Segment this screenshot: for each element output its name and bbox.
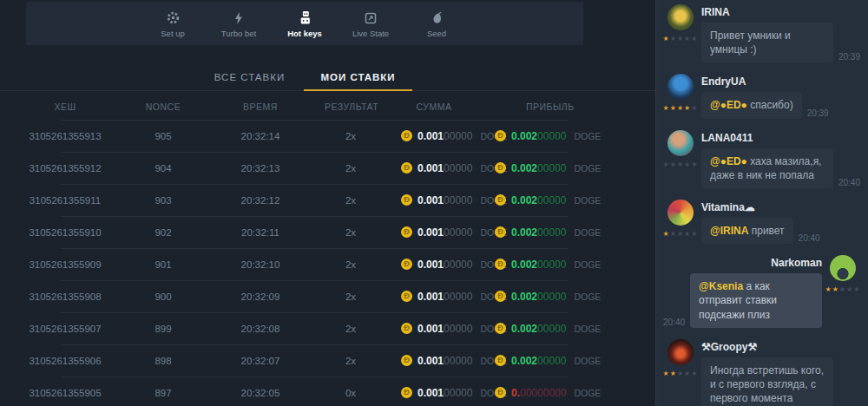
doge-coin-icon: Ð	[401, 387, 412, 398]
profit-trailing-zeros: 00000000	[520, 387, 566, 399]
doge-coin-icon: Ð	[401, 323, 412, 334]
toolbar-item-live-state[interactable]: Live State	[344, 10, 398, 38]
amount-trailing-zeros: 00000	[444, 162, 472, 174]
table-row[interactable]: 3105261355907 899 20:32:08 2x Ð 0.001 00…	[0, 312, 655, 344]
toolbar-label: Live State	[344, 29, 398, 38]
chat-bubble-row: @●ED● хаха мазила,я, даже в ник не попал…	[701, 148, 860, 188]
user-avatar[interactable]	[830, 255, 856, 281]
table-row[interactable]: 3105261355906 898 20:32:07 2x Ð 0.001 00…	[0, 344, 655, 377]
toolbar-label: Turbo bet	[212, 29, 266, 38]
doge-coin-icon: Ð	[401, 194, 412, 206]
seed-icon	[410, 10, 464, 25]
user-avatar[interactable]	[667, 339, 694, 365]
cell-profit: Ð 0.002 00000 DOGE	[491, 162, 655, 174]
cell-hash: 3105261355907	[0, 324, 130, 334]
chat-message-body: IRINA Привет умники и умницы :) 20:39	[698, 4, 860, 62]
tab-my-bets[interactable]: МОИ СТАВКИ	[304, 68, 412, 91]
chat-user-column: ★★★★★	[663, 4, 698, 62]
chat-mention[interactable]: @IRINA	[710, 225, 748, 237]
amount-trailing-zeros: 00000	[444, 226, 472, 239]
cell-nonce: 897	[130, 388, 196, 398]
user-rating-stars: ★★★★★	[825, 285, 861, 293]
chat-bubble: Привет умники и умницы :)	[701, 23, 833, 62]
cell-result: 2x	[325, 324, 377, 334]
chat-username[interactable]: EndryUA	[701, 75, 860, 88]
chat-bubble-row: @●ED● спасибо) 20:39	[701, 92, 860, 118]
gear-icon	[146, 10, 200, 25]
amount-trailing-zeros: 00000	[444, 387, 472, 399]
chat-mention[interactable]: @Ksenia	[699, 280, 743, 292]
currency-label: DOGE	[574, 324, 601, 334]
cell-amount: Ð 0.001 00000 DOGE	[377, 355, 491, 367]
currency-label: DOGE	[574, 388, 601, 398]
table-row[interactable]: 3105261355905 897 20:32:05 0x Ð 0.001 00…	[0, 377, 655, 406]
amount-main: 0.001	[418, 323, 444, 335]
amount-trailing-zeros: 00000	[444, 291, 472, 303]
bets-table: ХЕШ NONCE ВРЕМЯ РЕЗУЛЬТАТ СУММА ПРИБЫЛЬ …	[0, 94, 655, 406]
chat-mention[interactable]: @●ED●	[710, 155, 747, 167]
cell-profit: Ð 0.002 00000 DOGE	[491, 323, 655, 335]
chat-text: Привет умники и умницы :)	[710, 29, 791, 56]
profit-main: 0.002	[511, 355, 537, 367]
user-rating-stars: ★★★★★	[663, 104, 699, 112]
user-avatar[interactable]	[667, 74, 694, 100]
cell-nonce: 900	[130, 291, 196, 302]
doge-coin-icon: Ð	[401, 226, 412, 238]
profit-main: 0.002	[511, 226, 537, 239]
user-avatar[interactable]	[667, 200, 694, 226]
chat-mention[interactable]: @●ED●	[710, 99, 747, 111]
chat-message-body: ⚒Groopy⚒ Иногда встретишь кого, и с перв…	[698, 339, 860, 406]
toolbar-item-hot-keys[interactable]: Hot keys	[278, 10, 332, 38]
chat-message: ★★★★★ Vitamina☁ @IRINA привет 20:40	[663, 200, 860, 244]
user-rating-stars: ★★★★★	[663, 370, 699, 377]
chat-username[interactable]: Vitamina☁	[701, 201, 860, 213]
profit-trailing-zeros: 00000	[537, 259, 566, 271]
chat-bubble: @●ED● спасибо)	[701, 92, 802, 118]
chat-username[interactable]: Narkoman	[663, 257, 822, 269]
currency-label: DOGE	[574, 259, 601, 270]
game-toolbar: Set up Turbo bet Hot keys Live	[26, 2, 583, 45]
toolbar-item-seed[interactable]: Seed	[410, 10, 464, 38]
chat-timestamp: 20:40	[663, 318, 685, 327]
toolbar-item-setup[interactable]: Set up	[146, 10, 200, 38]
live-state-icon	[344, 10, 398, 25]
user-avatar[interactable]	[667, 130, 694, 156]
column-header-time: ВРЕМЯ	[196, 102, 325, 112]
cell-hash: 3105261355905	[0, 388, 130, 398]
chat-timestamp: 20:40	[799, 233, 820, 243]
chat-user-column: ★★★★★	[663, 200, 698, 244]
cell-time: 20:32:14	[196, 131, 325, 141]
table-row[interactable]: 3105261355912 904 20:32:13 2x Ð 0.001 00…	[0, 152, 655, 184]
cell-hash: 3105261355908	[0, 291, 130, 302]
profit-trailing-zeros: 00000	[537, 323, 566, 335]
cell-nonce: 903	[130, 195, 196, 206]
cell-nonce: 899	[130, 324, 196, 334]
chat-message-body: Vitamina☁ @IRINA привет 20:40	[698, 200, 860, 244]
table-row[interactable]: 3105261355908 900 20:32:09 2x Ð 0.001 00…	[0, 280, 655, 312]
table-row[interactable]: 3105261355909 901 20:32:10 2x Ð 0.001 00…	[0, 248, 655, 280]
toolbar-label: Seed	[410, 29, 464, 38]
chat-message: ★★★★★ IRINA Привет умники и умницы :) 20…	[663, 4, 860, 62]
cell-result: 0x	[325, 388, 377, 398]
doge-coin-icon: Ð	[495, 291, 506, 302]
doge-coin-icon: Ð	[401, 162, 412, 174]
cell-profit: Ð 0.002 00000 DOGE	[491, 226, 655, 239]
table-row[interactable]: 3105261355910 902 20:32:11 2x Ð 0.001 00…	[0, 216, 655, 248]
table-row[interactable]: 3105261355913 905 20:32:14 2x Ð 0.001 00…	[0, 120, 655, 152]
doge-coin-icon: Ð	[401, 291, 412, 302]
cell-time: 20:32:09	[196, 291, 325, 302]
chat-username[interactable]: ⚒Groopy⚒	[701, 341, 860, 353]
doge-coin-icon: Ð	[401, 355, 412, 366]
toolbar-item-turbo-bet[interactable]: Turbo bet	[212, 10, 266, 38]
profit-trailing-zeros: 00000	[537, 162, 566, 174]
chat-username[interactable]: LANA0411	[701, 132, 860, 144]
table-row[interactable]: 3105261355911 903 20:32:12 2x Ð 0.001 00…	[0, 184, 655, 216]
profit-trailing-zeros: 00000	[537, 226, 566, 239]
chat-user-column: ★★★★★	[825, 255, 860, 328]
filled-stars: ★★	[825, 285, 839, 293]
user-avatar[interactable]	[667, 4, 694, 30]
bets-tabs: ВСЕ СТАВКИ МОИ СТАВКИ	[0, 68, 655, 91]
tab-all-bets[interactable]: ВСЕ СТАВКИ	[195, 68, 304, 91]
doge-coin-icon: Ð	[495, 323, 506, 334]
chat-username[interactable]: IRINA	[701, 6, 860, 18]
